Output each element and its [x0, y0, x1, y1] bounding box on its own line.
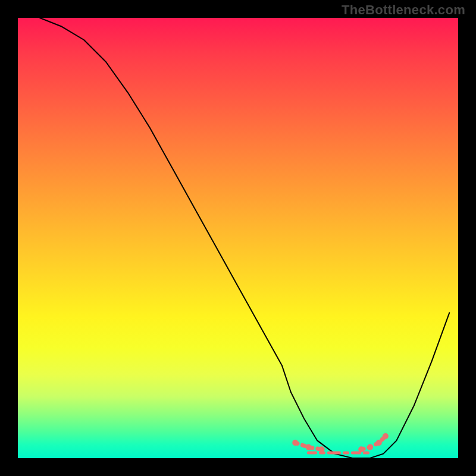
chart-outer-frame: TheBottleneck.com [0, 0, 476, 476]
watermark-text: TheBottleneck.com [342, 2, 465, 18]
bottleneck-curve [40, 18, 449, 458]
bottleneck-chart-svg [18, 18, 458, 458]
plot-area [18, 18, 458, 458]
marker-stroke-left-cluster [295, 443, 321, 449]
